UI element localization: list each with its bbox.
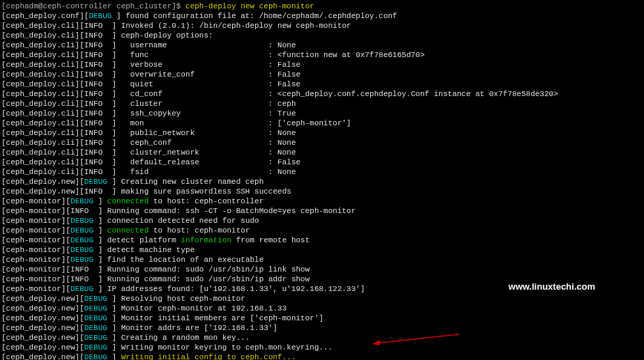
log-prefix: [ceph_deploy.new][ [1,334,84,342]
log-message: ] ceph_conf : None [102,139,296,147]
log-message: to host: ceph-monitor [148,226,250,235]
log-prefix: [ceph_deploy.cli][ [1,80,84,88]
log-line: [ceph_deploy.cli][INFO ] cluster : ceph [1,99,643,109]
log-message: ] Writing monitor keyring to ceph.mon.ke… [107,343,332,352]
log-line: [ceph_deploy.cli][INFO ] default_release… [1,157,643,167]
log-level: DEBUG [70,256,93,264]
log-level: DEBUG [84,295,107,303]
log-line: [ceph_deploy.cli][INFO ] cd_conf : <ceph… [1,89,643,99]
log-prefix: [ceph_deploy.cli][ [1,31,84,40]
log-prefix: [ceph_deploy.conf][ [1,12,89,20]
output-lines-container: [ceph_deploy.conf][DEBUG ] found configu… [1,11,643,360]
log-prefix: [ceph_deploy.new][ [1,314,84,322]
log-prefix: [ceph_deploy.new][ [1,353,84,360]
log-prefix: [ceph-monitor][ [1,246,70,254]
log-level: DEBUG [70,226,93,235]
log-prefix: [ceph_deploy.cli][ [1,51,84,59]
log-line: [ceph-monitor][DEBUG ] connected to host… [1,226,643,235]
log-line: [ceph_deploy.cli][INFO ] mon : ['ceph-mo… [1,118,643,128]
log-prefix: [ceph_deploy.new][ [1,343,84,352]
log-level: INFO [84,168,102,176]
log-line: [ceph_deploy.cli][INFO ] Invoked (2.0.1)… [1,21,643,31]
log-level: INFO [70,265,89,274]
log-message: ] Monitor addrs are ['192.168.1.33'] [107,324,277,332]
log-prefix: [ceph-monitor][ [1,207,70,215]
prompt-line-1[interactable]: [cephadm@ceph-controller ceph_cluster]$ … [1,1,643,11]
log-prefix: [ceph-monitor][ [1,217,70,225]
log-level: INFO [70,275,89,283]
log-line: [ceph_deploy.cli][INFO ] cluster_network… [1,148,643,157]
log-line: [ceph-monitor][DEBUG ] connection detect… [1,216,643,226]
log-message: ] fsid : None [102,168,296,176]
log-line: [ceph_deploy.cli][INFO ] username : None [1,40,643,50]
log-line: [ceph_deploy.new][DEBUG ] Creating new c… [1,177,643,187]
log-level: DEBUG [84,304,107,313]
log-level: INFO [84,187,102,196]
log-message: Writing initial config to ceph.conf... [121,353,296,360]
log-level: INFO [84,80,102,88]
arrow-icon [372,333,463,347]
log-message: ] Running command: ssh -CT -o BatchMode=… [89,207,355,215]
log-level: INFO [84,41,102,49]
log-line: [ceph_deploy.new][DEBUG ] Creating a ran… [1,333,643,343]
log-message: ] Creating a random mon key... [107,334,250,342]
log-line: [ceph_deploy.new][DEBUG ] Monitor addrs … [1,323,643,333]
log-level: INFO [84,109,102,118]
log-line: [ceph_deploy.new][DEBUG ] Resolving host… [1,294,643,304]
log-message: to host: ceph-controller [148,197,263,205]
arrow-annotation [372,333,463,347]
log-prefix: [ceph-monitor][ [1,236,70,244]
svg-marker-1 [372,340,381,345]
log-level: INFO [84,139,102,147]
log-line: [ceph-monitor][DEBUG ] detect machine ty… [1,245,643,255]
svg-line-0 [376,334,459,343]
log-message: from remote host [231,236,309,244]
log-message: ] making sure passwordless SSH succeeds [102,187,291,196]
log-prefix: [ceph_deploy.cli][ [1,129,84,137]
log-level: INFO [84,22,102,30]
log-level: INFO [84,158,102,166]
log-message: ] overwrite_conf : False [102,70,300,79]
log-level: DEBUG [84,178,107,186]
log-level: INFO [84,51,102,59]
shell-prompt: [cephadm@ceph-controller ceph_cluster]$ [1,2,181,10]
log-prefix: [ceph_deploy.cli][ [1,148,84,157]
log-level: INFO [84,61,102,69]
log-level: INFO [84,148,102,157]
log-line: [ceph-monitor][INFO ] Running command: s… [1,265,643,274]
log-message: ] Monitor initial members are ['ceph-mon… [107,314,323,322]
log-line: [ceph-monitor][DEBUG ] connected to host… [1,196,643,206]
log-message: ] detect machine type [93,246,194,254]
log-prefix: [ceph_deploy.cli][ [1,119,84,127]
log-keyword: connected [107,226,148,235]
log-prefix: [ceph_deploy.cli][ [1,22,84,30]
log-prefix: [ceph-monitor][ [1,256,70,264]
log-prefix: [ceph_deploy.cli][ [1,90,84,98]
log-line: [ceph-monitor][DEBUG ] find the location… [1,255,643,265]
log-message: ] cluster_network : None [102,148,296,157]
log-message: ] found configuration file at: /home/cep… [112,12,397,20]
log-level: DEBUG [70,285,93,293]
log-prefix: [ceph_deploy.new][ [1,324,84,332]
log-line: [ceph_deploy.new][DEBUG ] Writing initia… [1,352,643,360]
log-message: ] connection detected need for sudo [93,217,259,225]
log-message: ] IP addresses found: [u'192.168.1.33', … [93,285,365,293]
log-line: [ceph_deploy.cli][INFO ] func : <functio… [1,50,643,60]
log-prefix: [ceph_deploy.new][ [1,187,84,196]
log-message: ] Monitor ceph-monitor at 192.168.1.33 [107,304,286,313]
log-message: ] public_network : None [102,129,296,137]
log-message: ] find the location of an executable [93,256,263,264]
log-message: ] Resolving host ceph-monitor [107,295,245,303]
log-line: [ceph_deploy.new][DEBUG ] Writing monito… [1,343,643,352]
log-keyword: connected [107,197,148,205]
log-line: [ceph_deploy.cli][INFO ] verbose : False [1,60,643,70]
log-line: [ceph_deploy.new][DEBUG ] Monitor ceph-m… [1,304,643,313]
log-line: [ceph_deploy.cli][INFO ] ceph-deploy opt… [1,31,643,40]
log-prefix: [ceph_deploy.new][ [1,304,84,313]
log-prefix: [ceph_deploy.new][ [1,295,84,303]
log-prefix: [ceph_deploy.cli][ [1,139,84,147]
log-level: DEBUG [84,314,107,322]
log-message: ] default_release : False [102,158,300,166]
log-level: INFO [84,129,102,137]
log-prefix: [ceph_deploy.cli][ [1,100,84,108]
